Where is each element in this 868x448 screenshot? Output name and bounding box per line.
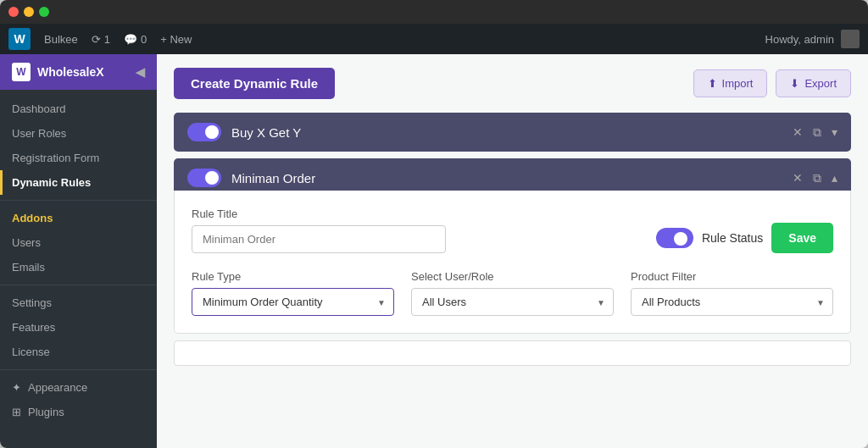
- rule-type-select[interactable]: Minimum Order Quantity Buy X Get Y Free …: [192, 288, 394, 316]
- rule-2-delete-icon[interactable]: ✕: [793, 171, 803, 185]
- sidebar-collapse-icon[interactable]: ◀: [136, 65, 145, 79]
- export-button[interactable]: ⬇ Export: [776, 69, 851, 97]
- rule-2-collapse-icon[interactable]: ▴: [832, 171, 837, 185]
- dashboard-label: Dashboard: [12, 102, 66, 115]
- user-role-group: Select User/Role All Users Wholesale Cus…: [411, 270, 614, 316]
- export-icon: ⬇: [790, 77, 799, 90]
- create-dynamic-rule-button[interactable]: Create Dynamic Rule: [174, 68, 335, 99]
- user-roles-label: User Roles: [12, 127, 66, 140]
- admin-avatar[interactable]: [841, 30, 860, 48]
- sidebar-item-settings[interactable]: Settings: [0, 290, 157, 315]
- user-role-select-wrapper: All Users Wholesale Customer Retailer: [411, 288, 614, 316]
- minimize-dot[interactable]: [24, 7, 34, 17]
- sidebar-item-dashboard[interactable]: Dashboard: [0, 97, 157, 121]
- export-label: Export: [804, 77, 837, 90]
- user-role-select[interactable]: All Users Wholesale Customer Retailer: [411, 288, 614, 316]
- brand-logo-icon: W: [12, 63, 31, 81]
- sidebar-item-emails[interactable]: Emails: [0, 255, 157, 279]
- new-button[interactable]: + New: [160, 33, 192, 46]
- rule-title-input[interactable]: [192, 225, 446, 253]
- features-label: Features: [12, 321, 55, 334]
- users-label: Users: [12, 236, 41, 249]
- sidebar-item-user-roles[interactable]: User Roles: [0, 121, 157, 146]
- product-filter-select[interactable]: All Products Specific Products Product C…: [631, 288, 833, 316]
- import-button[interactable]: ⬆ Import: [693, 69, 768, 97]
- title-bar: [0, 0, 868, 24]
- sidebar-item-addons[interactable]: Addons: [0, 206, 157, 230]
- addons-label: Addons: [12, 212, 53, 224]
- rule-status-toggle-slider: [656, 228, 693, 248]
- rule-type-label: Rule Type: [192, 270, 394, 283]
- rule-title-label: Rule Title: [192, 207, 446, 220]
- rule-1-actions: ✕ ⧉ ▾: [793, 125, 837, 140]
- settings-label: Settings: [12, 296, 52, 309]
- sidebar: W WholesaleX ◀ Dashboard User Roles Regi…: [0, 54, 157, 448]
- rule-status-group: Rule Status Save: [656, 223, 833, 253]
- rule-1-delete-icon[interactable]: ✕: [793, 125, 803, 139]
- updates-item[interactable]: ⟳ 1: [92, 33, 110, 46]
- sidebar-item-appearance[interactable]: ✦ Appearance: [0, 375, 157, 400]
- sidebar-menu: Dashboard User Roles Registration Form D…: [0, 90, 157, 448]
- plugins-icon: ⊞: [12, 406, 21, 418]
- new-label: + New: [160, 33, 192, 46]
- appearance-label: Appearance: [28, 381, 87, 394]
- rule-status-toggle[interactable]: [656, 228, 693, 248]
- content-header: Create Dynamic Rule ⬆ Import ⬇ Export: [174, 68, 851, 99]
- sidebar-item-dynamic-rules[interactable]: Dynamic Rules: [0, 170, 157, 195]
- site-name-label: Bulkee: [44, 33, 78, 46]
- rule-detail-form: Rule Title Rule Status Save: [174, 191, 851, 334]
- rule-type-select-wrapper: Minimum Order Quantity Buy X Get Y Free …: [192, 288, 394, 316]
- sidebar-item-registration-form[interactable]: Registration Form: [0, 146, 157, 170]
- rule-2-container: Miniman Order ✕ ⧉ ▴ Rule Title: [174, 158, 851, 334]
- save-button[interactable]: Save: [771, 223, 833, 253]
- maximize-dot[interactable]: [39, 7, 49, 17]
- rule-title-group: Rule Title: [192, 207, 446, 253]
- update-icon: ⟳: [92, 33, 101, 46]
- sidebar-item-plugins[interactable]: ⊞ Plugins: [0, 400, 157, 424]
- import-icon: ⬆: [708, 77, 717, 90]
- product-filter-group: Product Filter All Products Specific Pro…: [631, 270, 833, 316]
- rule-1-toggle[interactable]: [187, 123, 221, 141]
- user-role-label: Select User/Role: [411, 270, 614, 283]
- registration-form-label: Registration Form: [12, 152, 99, 164]
- comment-icon: 💬: [124, 33, 137, 46]
- main-layout: W WholesaleX ◀ Dashboard User Roles Regi…: [0, 54, 868, 448]
- app-window: W Bulkee ⟳ 1 💬 0 + New Howdy, admin W: [0, 0, 868, 448]
- rule-2-toggle-slider: [187, 169, 221, 187]
- import-label: Import: [722, 77, 754, 90]
- rule-2-copy-icon[interactable]: ⧉: [813, 171, 821, 185]
- bottom-bar: [174, 340, 851, 366]
- license-label: License: [12, 346, 50, 358]
- rule-2-title: Miniman Order: [231, 171, 782, 185]
- close-dot[interactable]: [8, 7, 19, 17]
- product-filter-select-wrapper: All Products Specific Products Product C…: [631, 288, 833, 316]
- sidebar-item-features[interactable]: Features: [0, 315, 157, 340]
- wp-admin-bar: W Bulkee ⟳ 1 💬 0 + New Howdy, admin: [0, 24, 868, 54]
- appearance-icon: ✦: [12, 381, 21, 394]
- dynamic-rules-label: Dynamic Rules: [12, 176, 91, 189]
- rule-1-expand-icon[interactable]: ▾: [832, 125, 837, 139]
- updates-count: 1: [104, 33, 110, 46]
- site-name[interactable]: Bulkee: [44, 33, 78, 46]
- rule-status-label: Rule Status: [702, 231, 763, 245]
- emails-label: Emails: [12, 261, 45, 274]
- plugins-label: Plugins: [28, 406, 64, 418]
- rule-2-actions: ✕ ⧉ ▴: [793, 171, 837, 185]
- rule-1-title: Buy X Get Y: [231, 125, 782, 140]
- rule-type-group: Rule Type Minimum Order Quantity Buy X G…: [192, 270, 394, 316]
- wp-logo[interactable]: W: [8, 28, 31, 50]
- content-area: Create Dynamic Rule ⬆ Import ⬇ Export: [157, 54, 868, 448]
- comments-item[interactable]: 💬 0: [124, 33, 147, 46]
- header-actions: ⬆ Import ⬇ Export: [693, 69, 851, 97]
- rule-row-buy-x-get-y: Buy X Get Y ✕ ⧉ ▾: [174, 113, 851, 152]
- howdy-section: Howdy, admin: [765, 30, 860, 48]
- sidebar-item-license[interactable]: License: [0, 340, 157, 364]
- rule-1-toggle-slider: [187, 123, 221, 141]
- sidebar-item-users[interactable]: Users: [0, 230, 157, 255]
- rule-1-copy-icon[interactable]: ⧉: [813, 125, 821, 140]
- product-filter-label: Product Filter: [631, 270, 833, 283]
- comments-count: 0: [141, 33, 147, 46]
- brand-name: WholesaleX: [37, 65, 104, 79]
- sidebar-logo: W WholesaleX ◀: [0, 54, 157, 90]
- rule-2-toggle[interactable]: [187, 169, 221, 187]
